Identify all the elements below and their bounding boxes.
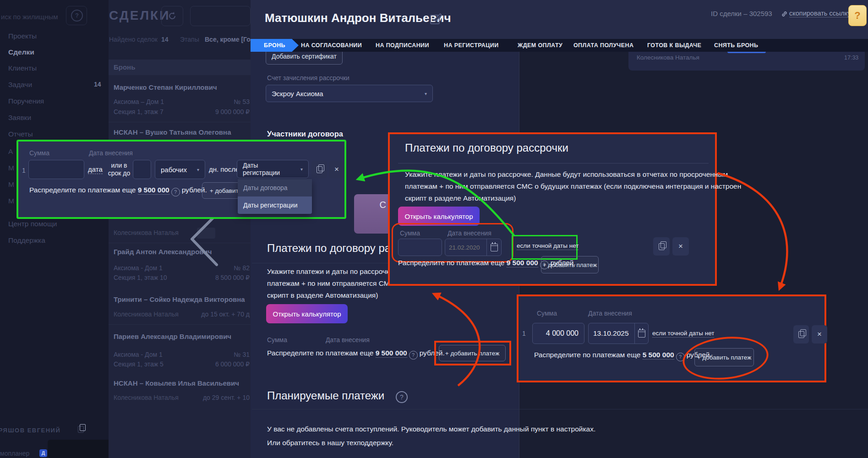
sum-input[interactable] (532, 323, 584, 344)
date-field (588, 323, 649, 344)
add-payment-button[interactable]: + добавить платеж (541, 256, 599, 273)
planned-empty-line: У вас не добавлены счета поступлений. Ру… (267, 425, 595, 433)
annotation-box-filled-payment: Сумма Дата внесения 1 если точной даты н… (517, 294, 826, 382)
open-calculator-button[interactable]: Открыть калькулятор (266, 304, 348, 323)
status-tab-bar: БРОНЬ НА СОГЛАСОВАНИИ НА ПОДПИСАНИИ НА Р… (251, 39, 868, 52)
deal-card-name[interactable]: Тринити – Сойко Надежда Викторовна (114, 295, 245, 303)
remove-row-button[interactable]: × (812, 325, 827, 344)
sidebar-item-help-center[interactable]: Центр помощи (8, 220, 57, 228)
tab-na-registracii[interactable]: НА РЕГИСТРАЦИИ (444, 39, 499, 52)
annotation-box-installments: Платежи по договору рассрочки Укажите пл… (388, 132, 717, 286)
date-input[interactable] (445, 239, 486, 256)
deal-card-name[interactable]: Марченко Степан Кириллович (114, 83, 217, 91)
box1-heading: Платежи по договору рассрочки (405, 142, 568, 154)
deals-extra-button[interactable] (190, 6, 251, 26)
account-select[interactable]: Эскроу Аксиома ▾ (266, 85, 433, 102)
sum-column-label: Сумма (400, 229, 420, 237)
menu-item-contract-dates[interactable]: Даты договора (238, 179, 312, 196)
box1-desc-line: Укажите платежи и даты по рассрочке. Дан… (405, 170, 728, 179)
deal-card-due: до 29 сент. + 10 (190, 394, 250, 401)
sidebar-item-orders[interactable]: Поручения (8, 97, 44, 105)
sum-column-label: Сумма (267, 336, 287, 344)
copy-user-icon[interactable] (78, 426, 84, 435)
sidebar-item-reports[interactable]: Отчеты (8, 130, 33, 138)
date-basis-menu: Даты договора Даты регистрации (238, 179, 312, 214)
days-count-input[interactable] (133, 160, 151, 179)
distribute-amount: 9 500 000 (507, 259, 538, 267)
deal-card-name[interactable]: НСКАН – Вушко Татьяна Олеговна (114, 128, 231, 136)
date-mode-toggle[interactable]: дата (88, 165, 103, 174)
annotation-frame-add-payment (434, 341, 511, 365)
sidebar-item-clients[interactable]: Клиенты (8, 64, 37, 72)
duplicate-row-button[interactable] (311, 161, 327, 178)
planned-empty-line: Или обратитесь в нашу техподдержку. (267, 439, 393, 447)
deal-card-number: № 31 (204, 351, 250, 358)
deal-card-name[interactable]: Париев Александр Владимирович (114, 333, 231, 340)
duplicate-row-button[interactable] (793, 325, 809, 344)
day-type-select[interactable]: рабочих ▾ (155, 160, 205, 179)
annotation-green-editor: Сумма Дата внесения 1 дата или в срок до… (16, 140, 346, 219)
row-number: 1 (22, 167, 26, 174)
stage-filter-value[interactable]: Все, кроме [Го (205, 36, 251, 43)
installments-heading: Платежи по договору ра (267, 242, 391, 255)
calendar-button[interactable] (634, 323, 648, 344)
stage-filter-label: Этапы (180, 36, 199, 43)
deals-group-label: Бронь (114, 63, 135, 71)
deal-card-manager: Колесникова Наталья (114, 229, 179, 236)
no-exact-date-link[interactable]: если точной даты нет (517, 242, 579, 250)
menu-item-registration-dates[interactable]: Даты регистрации (238, 196, 312, 214)
help-circle-icon: ? (71, 10, 83, 22)
deal-card-name[interactable]: НСКАН – Ковылев Илья Васильевич (114, 379, 239, 387)
question-icon[interactable]: ? (171, 188, 180, 196)
sidebar-item-support[interactable]: Поддержка (8, 236, 45, 245)
sidebar-item-fragment[interactable]: М (8, 164, 14, 172)
duplicate-row-button[interactable] (653, 237, 670, 256)
sidebar-item-deals[interactable]: Сделки (8, 48, 34, 56)
found-label: Найдено сделок (109, 36, 158, 43)
tab-gotov-k-vydache[interactable]: ГОТОВ К ВЫДАЧЕ (647, 39, 701, 52)
planner-label[interactable]: мопланер (0, 450, 29, 457)
sidebar-item-fragment[interactable]: М (8, 180, 14, 189)
date-basis-select[interactable]: Даты регистрации ▾ (237, 160, 309, 178)
link-icon (781, 11, 788, 17)
tab-zhdem-oplatu[interactable]: ЖДЕМ ОПЛАТУ (518, 39, 562, 52)
tab-na-podpisanii[interactable]: НА ПОДПИСАНИИ (376, 39, 429, 52)
collapse-panel-chevron-icon[interactable] (186, 211, 224, 270)
refresh-icon (168, 11, 177, 21)
sum-input[interactable] (28, 160, 84, 179)
sidebar-item-requests[interactable]: Заявки (8, 114, 31, 122)
date-column-label: Дата внесения (326, 336, 370, 344)
remove-row-button[interactable]: × (329, 161, 344, 178)
tab-na-soglasovanii[interactable]: НА СОГЛАСОВАНИИ (301, 39, 362, 52)
purple-button-fragment[interactable]: С (354, 194, 388, 234)
page-title: Матюшкин Андрон Витальевич (265, 11, 451, 25)
planned-help-icon[interactable]: ? (396, 391, 408, 403)
tab-bron[interactable]: БРОНЬ (251, 39, 299, 52)
deal-card-manager: Колесникова Наталья (114, 394, 179, 401)
or-until-label: или в срок до (107, 162, 131, 177)
current-user-name: ДРЯШОВ ЕВГЕНИЙ (0, 427, 60, 434)
tab-snyat-bron[interactable]: СНЯТЬ БРОНЬ (714, 39, 758, 52)
distribute-amount: 5 500 000 (643, 351, 674, 360)
planner-badge-icon: Д (39, 449, 47, 457)
chevron-down-icon: ▾ (425, 91, 427, 96)
remove-row-button[interactable]: × (672, 237, 689, 256)
deal-card-price: 8 500 000 ₽ (195, 274, 250, 281)
date-input[interactable] (589, 323, 634, 344)
distribute-hint: Распределите по платежам еще 9 500 000?р… (267, 349, 445, 360)
question-icon[interactable]: ? (409, 351, 418, 360)
search-input[interactable]: иск по жилищным (1, 13, 58, 21)
refresh-button[interactable] (161, 6, 183, 26)
box1-desc-line: платежам + по ним отправляется СМС о буд… (405, 182, 741, 191)
sidebar-item-tasks[interactable]: Задачи (8, 81, 32, 89)
no-exact-date-link[interactable]: если точной даты нет (652, 330, 714, 338)
copy-link-button[interactable]: скопировать ссылку (789, 10, 851, 17)
sidebar-item-fragment[interactable]: А (8, 147, 13, 156)
sidebar-item-projects[interactable]: Проекты (8, 32, 37, 40)
sum-input[interactable] (398, 239, 442, 256)
sidebar-item-fragment[interactable]: М (8, 197, 14, 205)
calendar-button[interactable] (486, 239, 501, 256)
tab-oplata-poluchena[interactable]: ОПЛАТА ПОЛУЧЕНА (573, 39, 633, 52)
help-button[interactable]: ? (848, 5, 867, 26)
edit-title-icon[interactable] (430, 12, 442, 25)
